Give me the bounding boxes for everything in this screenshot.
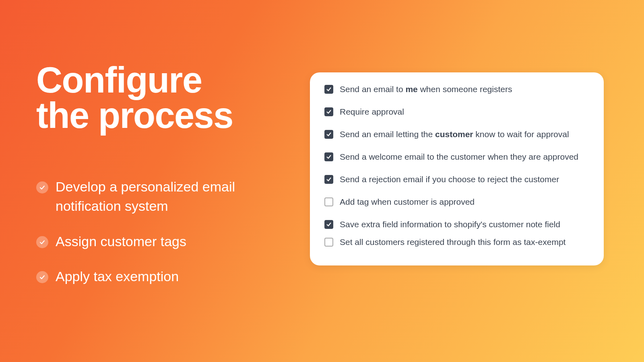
bullet-text: Develop a personalized email notificatio… [56,177,278,216]
option-label: Require approval [340,107,404,117]
checkbox-add-tag[interactable] [324,197,333,206]
checkbox-welcome-email[interactable] [324,152,333,161]
bullet-item: Develop a personalized email notificatio… [36,177,278,216]
checkbox-tax-exempt[interactable] [324,238,333,247]
option-label: Send an email letting the customer know … [340,130,569,139]
bullet-text: Assign customer tags [56,232,278,251]
option-row-require-approval: Require approval [324,107,589,117]
checkbox-save-extra-field[interactable] [324,220,333,229]
check-icon [36,181,48,193]
option-label: Save extra field information to shopify'… [340,220,560,229]
option-label: Send an email to me when someone registe… [340,84,512,94]
option-row-add-tag: Add tag when customer is approved [324,197,589,207]
option-label: Add tag when customer is approved [340,197,475,207]
left-panel: Configure the process Develop a personal… [0,0,302,362]
page-title: Configure the process [36,62,278,133]
option-row-tax-exempt: Set all customers registered through thi… [324,237,589,247]
bullet-text: Apply tax exemption [56,267,278,286]
option-row-welcome-email: Send a welcome email to the customer whe… [324,152,589,162]
bullet-list: Develop a personalized email notificatio… [36,177,278,286]
checkbox-rejection-email[interactable] [324,175,333,184]
checkbox-email-customer-wait[interactable] [324,130,333,139]
option-row-email-me: Send an email to me when someone registe… [324,84,589,94]
option-row-rejection-email: Send a rejection email if you choose to … [324,175,589,184]
main-container: Configure the process Develop a personal… [0,0,644,362]
option-label: Send a rejection email if you choose to … [340,175,559,184]
checkbox-email-me[interactable] [324,85,333,94]
option-row-save-extra-field: Save extra field information to shopify'… [324,220,589,229]
heading-line1: Configure [36,60,202,100]
bullet-item: Apply tax exemption [36,267,278,286]
heading-line2: the process [36,95,233,136]
option-label: Send a welcome email to the customer whe… [340,152,578,162]
right-panel: Send an email to me when someone registe… [302,0,644,362]
checkbox-require-approval[interactable] [324,107,333,116]
option-row-email-customer-wait: Send an email letting the customer know … [324,130,589,139]
option-label: Set all customers registered through thi… [340,237,566,247]
check-icon [36,271,48,283]
check-icon [36,236,48,248]
options-card: Send an email to me when someone registe… [310,72,604,265]
bullet-item: Assign customer tags [36,232,278,251]
